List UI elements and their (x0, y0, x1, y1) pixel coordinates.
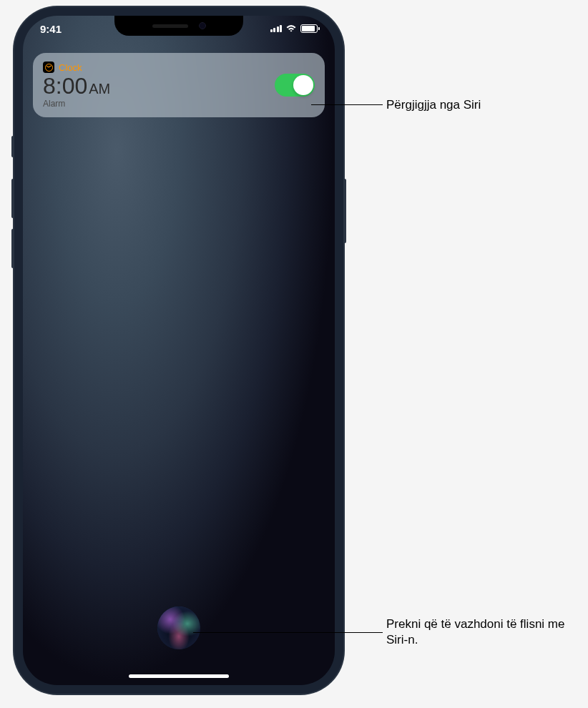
alarm-time: 8:00 AM (43, 74, 110, 97)
siri-button[interactable] (157, 606, 200, 649)
toggle-knob (293, 75, 313, 95)
mute-switch[interactable] (11, 136, 14, 157)
wifi-icon (285, 24, 297, 33)
status-time: 9:41 (40, 23, 62, 35)
clock-app-icon (43, 62, 54, 73)
siri-response-card[interactable]: Clock 8:00 AM Alarm (33, 53, 325, 117)
callout-line (193, 632, 383, 633)
lock-screen: 9:41 (23, 16, 335, 685)
power-button[interactable] (343, 179, 346, 243)
notification-app-name: Clock (59, 62, 82, 73)
front-camera (199, 22, 206, 29)
notch (114, 16, 243, 36)
battery-icon (300, 24, 318, 33)
alarm-label: Alarm (43, 99, 110, 109)
phone-frame: 9:41 (14, 7, 343, 694)
alarm-time-ampm: AM (89, 82, 110, 96)
speaker-grille (152, 24, 188, 28)
callout-siri-continue: Prekni që të vazhdoni të flisni me Siri-… (386, 616, 572, 648)
alarm-time-value: 8:00 (43, 74, 87, 97)
callout-siri-response: Përgjigjja nga Siri (386, 97, 481, 113)
notification-header: Clock (43, 62, 110, 73)
cellular-signal-icon (270, 25, 283, 32)
phone-side-buttons-left (11, 136, 14, 279)
callout-line (311, 104, 383, 105)
alarm-toggle[interactable] (275, 74, 315, 97)
volume-up-button[interactable] (11, 179, 14, 218)
home-indicator[interactable] (129, 674, 229, 678)
status-indicators (270, 24, 318, 33)
siri-orb-icon (157, 606, 200, 649)
notification-content: Clock 8:00 AM Alarm (43, 62, 110, 109)
volume-down-button[interactable] (11, 229, 14, 268)
